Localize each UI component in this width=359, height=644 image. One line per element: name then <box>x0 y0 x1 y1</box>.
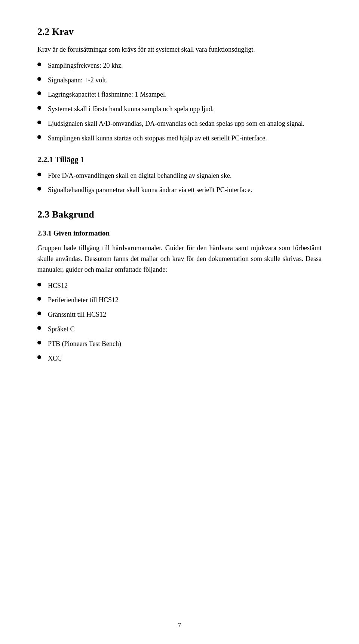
list-item: Signalspann: +-2 volt. <box>37 75 322 86</box>
bullet-icon <box>37 326 41 330</box>
bullet-icon <box>37 297 41 301</box>
list-item-text: Före D/A-omvandlingen skall en digital b… <box>48 170 322 181</box>
list-item-text: Samplingen skall kunna startas och stopp… <box>48 133 322 144</box>
list-item-text: Gränssnitt till HCS12 <box>48 309 322 320</box>
list-item: HCS12 <box>37 280 322 291</box>
list-item: Lagringskapacitet i flashminne: 1 Msampe… <box>37 89 322 100</box>
list-item: Samplingsfrekvens: 20 khz. <box>37 60 322 71</box>
section-2-2: 2.2 Krav Krav är de förutsättningar som … <box>37 26 322 144</box>
list-item: Före D/A-omvandlingen skall en digital b… <box>37 170 322 181</box>
section-2-3-heading: 2.3 Bakgrund <box>37 209 322 220</box>
bullet-icon <box>37 63 41 66</box>
list-item-text: Signalbehandligs parametrar skall kunna … <box>48 185 322 195</box>
list-item-text: Periferienheter till HCS12 <box>48 295 322 306</box>
list-item: Ljudsignalen skall A/D-omvandlas, DA-omv… <box>37 118 322 129</box>
list-item: Gränssnitt till HCS12 <box>37 309 322 320</box>
section-2-2-1: 2.2.1 Tillägg 1 Före D/A-omvandlingen sk… <box>37 155 322 196</box>
bullet-icon <box>37 173 41 176</box>
list-item-text: Systemet skall i första hand kunna sampl… <box>48 104 322 115</box>
page-number: 7 <box>0 622 359 629</box>
list-item-text: HCS12 <box>48 280 322 291</box>
list-item: Samplingen skall kunna startas och stopp… <box>37 133 322 144</box>
section-2-2-1-heading: 2.2.1 Tillägg 1 <box>37 155 322 164</box>
list-item-text: Samplingsfrekvens: 20 khz. <box>48 60 322 71</box>
list-item-text: Signalspann: +-2 volt. <box>48 75 322 86</box>
bullet-icon <box>37 135 41 139</box>
list-item-text: Lagringskapacitet i flashminne: 1 Msampe… <box>48 89 322 100</box>
section-2-3-1-heading: 2.3.1 Given information <box>37 229 322 237</box>
list-item: Språket C <box>37 324 322 335</box>
section-2-2-intro: Krav är de förutsättningar som krävs för… <box>37 44 322 55</box>
bullet-icon <box>37 312 41 315</box>
list-item-text: Språket C <box>48 324 322 335</box>
section-2-3-1-paragraph: Gruppen hade tillgång till hårdvarumanua… <box>37 243 322 275</box>
list-item: Signalbehandligs parametrar skall kunna … <box>37 185 322 195</box>
bullet-icon <box>37 355 41 359</box>
bullet-icon <box>37 121 41 124</box>
section-2-2-1-list: Före D/A-omvandlingen skall en digital b… <box>37 170 322 196</box>
bullet-icon <box>37 91 41 95</box>
bullet-icon <box>37 283 41 286</box>
section-2-2-list: Samplingsfrekvens: 20 khz. Signalspann: … <box>37 60 322 144</box>
bullet-icon <box>37 187 41 191</box>
list-item: Systemet skall i första hand kunna sampl… <box>37 104 322 115</box>
bullet-icon <box>37 341 41 344</box>
list-item-text: PTB (Pioneers Test Bench) <box>48 338 322 349</box>
list-item: PTB (Pioneers Test Bench) <box>37 338 322 349</box>
list-item: Periferienheter till HCS12 <box>37 295 322 306</box>
section-2-3-1: 2.3.1 Given information Gruppen hade til… <box>37 229 322 364</box>
list-item-text: XCC <box>48 353 322 364</box>
page: 2.2 Krav Krav är de förutsättningar som … <box>0 0 359 644</box>
section-2-3-1-list: HCS12 Periferienheter till HCS12 Gränssn… <box>37 280 322 364</box>
section-2-2-heading: 2.2 Krav <box>37 26 322 37</box>
bullet-icon <box>37 106 41 110</box>
section-2-3: 2.3 Bakgrund <box>37 209 322 220</box>
list-item-text: Ljudsignalen skall A/D-omvandlas, DA-omv… <box>48 118 322 129</box>
list-item: XCC <box>37 353 322 364</box>
bullet-icon <box>37 77 41 81</box>
